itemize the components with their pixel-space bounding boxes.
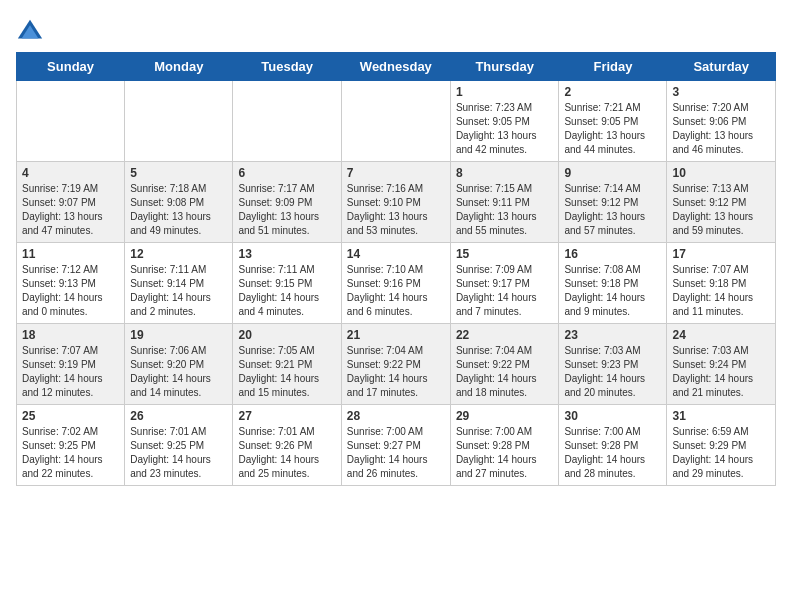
day-number: 11	[22, 247, 119, 261]
cell-content: Sunrise: 7:00 AMSunset: 9:28 PMDaylight:…	[564, 425, 661, 481]
day-number: 30	[564, 409, 661, 423]
calendar-cell: 9Sunrise: 7:14 AMSunset: 9:12 PMDaylight…	[559, 162, 667, 243]
cell-content: Sunrise: 7:20 AMSunset: 9:06 PMDaylight:…	[672, 101, 770, 157]
calendar-cell: 4Sunrise: 7:19 AMSunset: 9:07 PMDaylight…	[17, 162, 125, 243]
calendar-cell: 25Sunrise: 7:02 AMSunset: 9:25 PMDayligh…	[17, 405, 125, 486]
day-number: 7	[347, 166, 445, 180]
weekday-header: Saturday	[667, 53, 776, 81]
calendar-cell: 8Sunrise: 7:15 AMSunset: 9:11 PMDaylight…	[450, 162, 559, 243]
day-number: 24	[672, 328, 770, 342]
calendar-cell: 17Sunrise: 7:07 AMSunset: 9:18 PMDayligh…	[667, 243, 776, 324]
cell-content: Sunrise: 6:59 AMSunset: 9:29 PMDaylight:…	[672, 425, 770, 481]
weekday-header: Tuesday	[233, 53, 341, 81]
calendar-cell: 26Sunrise: 7:01 AMSunset: 9:25 PMDayligh…	[125, 405, 233, 486]
day-number: 29	[456, 409, 554, 423]
page-header	[16, 16, 776, 44]
day-number: 2	[564, 85, 661, 99]
calendar-cell: 1Sunrise: 7:23 AMSunset: 9:05 PMDaylight…	[450, 81, 559, 162]
cell-content: Sunrise: 7:01 AMSunset: 9:26 PMDaylight:…	[238, 425, 335, 481]
calendar-table: SundayMondayTuesdayWednesdayThursdayFrid…	[16, 52, 776, 486]
logo	[16, 16, 48, 44]
day-number: 19	[130, 328, 227, 342]
day-number: 16	[564, 247, 661, 261]
calendar-cell: 12Sunrise: 7:11 AMSunset: 9:14 PMDayligh…	[125, 243, 233, 324]
day-number: 9	[564, 166, 661, 180]
calendar-cell: 2Sunrise: 7:21 AMSunset: 9:05 PMDaylight…	[559, 81, 667, 162]
calendar-cell: 7Sunrise: 7:16 AMSunset: 9:10 PMDaylight…	[341, 162, 450, 243]
cell-content: Sunrise: 7:05 AMSunset: 9:21 PMDaylight:…	[238, 344, 335, 400]
cell-content: Sunrise: 7:00 AMSunset: 9:28 PMDaylight:…	[456, 425, 554, 481]
cell-content: Sunrise: 7:04 AMSunset: 9:22 PMDaylight:…	[456, 344, 554, 400]
calendar-cell: 10Sunrise: 7:13 AMSunset: 9:12 PMDayligh…	[667, 162, 776, 243]
calendar-cell: 31Sunrise: 6:59 AMSunset: 9:29 PMDayligh…	[667, 405, 776, 486]
day-number: 31	[672, 409, 770, 423]
day-number: 1	[456, 85, 554, 99]
calendar-cell: 11Sunrise: 7:12 AMSunset: 9:13 PMDayligh…	[17, 243, 125, 324]
day-number: 20	[238, 328, 335, 342]
day-number: 5	[130, 166, 227, 180]
day-number: 14	[347, 247, 445, 261]
calendar-week-row: 11Sunrise: 7:12 AMSunset: 9:13 PMDayligh…	[17, 243, 776, 324]
calendar-cell	[233, 81, 341, 162]
cell-content: Sunrise: 7:13 AMSunset: 9:12 PMDaylight:…	[672, 182, 770, 238]
weekday-header: Thursday	[450, 53, 559, 81]
cell-content: Sunrise: 7:08 AMSunset: 9:18 PMDaylight:…	[564, 263, 661, 319]
calendar-cell	[341, 81, 450, 162]
calendar-week-row: 4Sunrise: 7:19 AMSunset: 9:07 PMDaylight…	[17, 162, 776, 243]
day-number: 26	[130, 409, 227, 423]
day-number: 23	[564, 328, 661, 342]
calendar-cell: 30Sunrise: 7:00 AMSunset: 9:28 PMDayligh…	[559, 405, 667, 486]
day-number: 3	[672, 85, 770, 99]
day-number: 17	[672, 247, 770, 261]
weekday-header: Wednesday	[341, 53, 450, 81]
calendar-cell: 24Sunrise: 7:03 AMSunset: 9:24 PMDayligh…	[667, 324, 776, 405]
day-number: 15	[456, 247, 554, 261]
cell-content: Sunrise: 7:09 AMSunset: 9:17 PMDaylight:…	[456, 263, 554, 319]
cell-content: Sunrise: 7:00 AMSunset: 9:27 PMDaylight:…	[347, 425, 445, 481]
cell-content: Sunrise: 7:12 AMSunset: 9:13 PMDaylight:…	[22, 263, 119, 319]
calendar-cell	[17, 81, 125, 162]
calendar-cell: 27Sunrise: 7:01 AMSunset: 9:26 PMDayligh…	[233, 405, 341, 486]
cell-content: Sunrise: 7:02 AMSunset: 9:25 PMDaylight:…	[22, 425, 119, 481]
calendar-cell: 18Sunrise: 7:07 AMSunset: 9:19 PMDayligh…	[17, 324, 125, 405]
calendar-cell	[125, 81, 233, 162]
cell-content: Sunrise: 7:07 AMSunset: 9:19 PMDaylight:…	[22, 344, 119, 400]
weekday-header: Sunday	[17, 53, 125, 81]
calendar-cell: 21Sunrise: 7:04 AMSunset: 9:22 PMDayligh…	[341, 324, 450, 405]
cell-content: Sunrise: 7:03 AMSunset: 9:24 PMDaylight:…	[672, 344, 770, 400]
cell-content: Sunrise: 7:15 AMSunset: 9:11 PMDaylight:…	[456, 182, 554, 238]
weekday-header: Friday	[559, 53, 667, 81]
cell-content: Sunrise: 7:21 AMSunset: 9:05 PMDaylight:…	[564, 101, 661, 157]
weekday-header: Monday	[125, 53, 233, 81]
cell-content: Sunrise: 7:01 AMSunset: 9:25 PMDaylight:…	[130, 425, 227, 481]
day-number: 4	[22, 166, 119, 180]
cell-content: Sunrise: 7:14 AMSunset: 9:12 PMDaylight:…	[564, 182, 661, 238]
calendar-cell: 20Sunrise: 7:05 AMSunset: 9:21 PMDayligh…	[233, 324, 341, 405]
calendar-cell: 6Sunrise: 7:17 AMSunset: 9:09 PMDaylight…	[233, 162, 341, 243]
cell-content: Sunrise: 7:10 AMSunset: 9:16 PMDaylight:…	[347, 263, 445, 319]
calendar-week-row: 25Sunrise: 7:02 AMSunset: 9:25 PMDayligh…	[17, 405, 776, 486]
calendar-cell: 13Sunrise: 7:11 AMSunset: 9:15 PMDayligh…	[233, 243, 341, 324]
calendar-cell: 5Sunrise: 7:18 AMSunset: 9:08 PMDaylight…	[125, 162, 233, 243]
cell-content: Sunrise: 7:18 AMSunset: 9:08 PMDaylight:…	[130, 182, 227, 238]
day-number: 12	[130, 247, 227, 261]
day-number: 28	[347, 409, 445, 423]
calendar-cell: 3Sunrise: 7:20 AMSunset: 9:06 PMDaylight…	[667, 81, 776, 162]
day-number: 13	[238, 247, 335, 261]
calendar-cell: 19Sunrise: 7:06 AMSunset: 9:20 PMDayligh…	[125, 324, 233, 405]
cell-content: Sunrise: 7:03 AMSunset: 9:23 PMDaylight:…	[564, 344, 661, 400]
cell-content: Sunrise: 7:19 AMSunset: 9:07 PMDaylight:…	[22, 182, 119, 238]
day-number: 25	[22, 409, 119, 423]
cell-content: Sunrise: 7:17 AMSunset: 9:09 PMDaylight:…	[238, 182, 335, 238]
day-number: 21	[347, 328, 445, 342]
day-number: 27	[238, 409, 335, 423]
day-number: 6	[238, 166, 335, 180]
cell-content: Sunrise: 7:06 AMSunset: 9:20 PMDaylight:…	[130, 344, 227, 400]
cell-content: Sunrise: 7:04 AMSunset: 9:22 PMDaylight:…	[347, 344, 445, 400]
cell-content: Sunrise: 7:11 AMSunset: 9:15 PMDaylight:…	[238, 263, 335, 319]
calendar-week-row: 1Sunrise: 7:23 AMSunset: 9:05 PMDaylight…	[17, 81, 776, 162]
calendar-cell: 16Sunrise: 7:08 AMSunset: 9:18 PMDayligh…	[559, 243, 667, 324]
day-number: 8	[456, 166, 554, 180]
calendar-cell: 23Sunrise: 7:03 AMSunset: 9:23 PMDayligh…	[559, 324, 667, 405]
day-number: 22	[456, 328, 554, 342]
